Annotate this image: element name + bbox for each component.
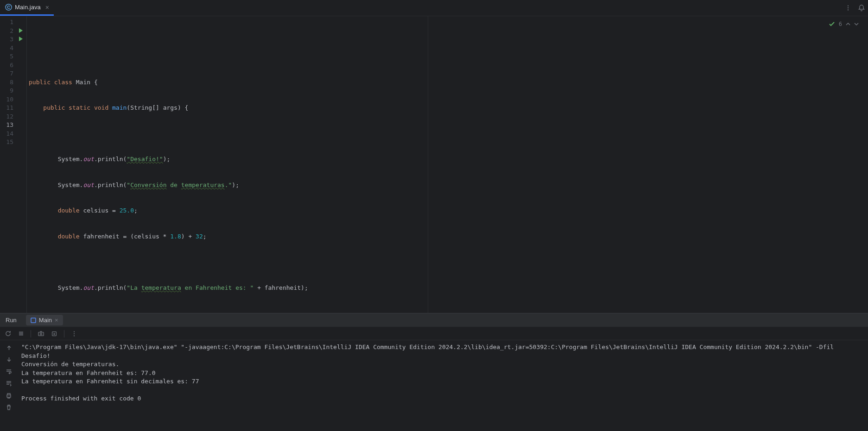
svg-point-11 xyxy=(74,335,75,336)
line-number: 5 xyxy=(0,52,26,61)
editor-tab-bar: Main.java × xyxy=(0,0,868,16)
svg-point-7 xyxy=(40,333,42,335)
tab-close-button[interactable]: × xyxy=(45,4,49,11)
line-number: 10 xyxy=(0,95,26,104)
line-number: 4 xyxy=(0,44,26,53)
line-number: 12 xyxy=(0,112,26,121)
code-line xyxy=(27,258,868,267)
run-gutter-icon[interactable] xyxy=(18,36,24,42)
line-number-gutter: 1 2 3 4 5 6 7 8 9 10 11 12 13 14 15 xyxy=(0,16,27,313)
code-line: double fahrenheit = (celsius * 1.8) + 32… xyxy=(27,232,868,241)
console-line: Conversión de temperaturas. xyxy=(21,361,119,368)
inspection-count: 6 xyxy=(839,20,842,29)
run-side-toolbar xyxy=(0,340,18,431)
console-line: Process finished with exit code 0 xyxy=(21,395,141,402)
svg-rect-12 xyxy=(7,395,11,397)
svg-point-9 xyxy=(74,331,75,332)
console-output[interactable]: "C:\Program Files\Java\jdk-17\bin\java.e… xyxy=(18,340,868,431)
line-number: 3 xyxy=(0,35,26,44)
trash-icon[interactable] xyxy=(6,404,12,411)
code-line: System.out.println("Desafio!"); xyxy=(27,155,868,164)
file-tab-main[interactable]: Main.java × xyxy=(0,0,54,16)
code-editor[interactable]: 1 2 3 4 5 6 7 8 9 10 11 12 13 14 15 6 pu… xyxy=(0,16,868,313)
code-line xyxy=(27,130,868,138)
run-config-icon xyxy=(31,318,36,323)
camera-icon[interactable] xyxy=(38,330,44,337)
right-margin-guide xyxy=(428,16,428,313)
code-line: public class Main { xyxy=(27,78,868,87)
svg-rect-4 xyxy=(31,318,36,323)
svg-point-2 xyxy=(848,7,849,8)
console-line: La temperatura en Fahrenheit sin decimal… xyxy=(21,378,199,385)
console-line: "C:\Program Files\Java\jdk-17\bin\java.e… xyxy=(21,344,834,350)
line-number: 7 xyxy=(0,69,26,78)
line-number: 1 xyxy=(0,18,26,27)
soft-wrap-icon[interactable] xyxy=(6,368,12,375)
code-line: System.out.println("Conversión de temper… xyxy=(27,181,868,190)
svg-point-3 xyxy=(848,9,849,10)
line-number: 14 xyxy=(0,130,26,138)
rerun-icon[interactable] xyxy=(5,330,12,337)
expand-down-icon[interactable] xyxy=(854,22,859,26)
code-line xyxy=(27,52,868,61)
line-number: 13 xyxy=(0,121,26,130)
run-tab-close-button[interactable]: × xyxy=(55,317,58,324)
code-line: public static void main(String[] args) { xyxy=(27,104,868,112)
export-icon[interactable] xyxy=(51,331,57,337)
java-class-icon xyxy=(5,4,12,11)
svg-rect-6 xyxy=(38,332,44,336)
line-number: 8 xyxy=(0,78,26,87)
stop-icon[interactable] xyxy=(18,331,24,337)
console-line: La temperatura en Fahrenheit es: 77.0 xyxy=(21,369,156,376)
scroll-up-icon[interactable] xyxy=(6,345,12,351)
line-number: 2 xyxy=(0,27,26,36)
code-line xyxy=(27,309,868,313)
code-line: System.out.println("La temperatura en Fa… xyxy=(27,284,868,293)
checkmark-icon xyxy=(829,21,835,27)
svg-point-1 xyxy=(848,5,849,6)
svg-point-10 xyxy=(74,333,75,334)
separator xyxy=(31,330,31,337)
run-panel-header: Run Main × xyxy=(0,313,868,327)
run-panel-title: Run xyxy=(6,317,17,324)
run-config-tab[interactable]: Main × xyxy=(26,315,63,325)
svg-point-0 xyxy=(5,4,11,10)
line-number: 11 xyxy=(0,104,26,112)
scroll-down-icon[interactable] xyxy=(6,356,12,362)
run-tool-window: Run Main × "C:\Program Files\Java\jdk-17… xyxy=(0,313,868,431)
run-config-name: Main xyxy=(39,317,52,324)
more-vertical-icon[interactable] xyxy=(845,5,851,11)
line-number: 9 xyxy=(0,87,26,95)
notifications-bell-icon[interactable] xyxy=(858,4,865,12)
line-number: 15 xyxy=(0,138,26,147)
run-toolbar xyxy=(0,327,868,340)
more-vertical-icon[interactable] xyxy=(71,331,77,337)
run-gutter-icon[interactable] xyxy=(18,28,24,33)
expand-up-icon[interactable] xyxy=(846,22,850,26)
print-icon[interactable] xyxy=(6,392,12,399)
code-line: double celsius = 25.0; xyxy=(27,206,868,215)
tab-filename: Main.java xyxy=(15,4,41,11)
line-number: 6 xyxy=(0,61,26,70)
separator xyxy=(64,330,64,337)
code-content[interactable]: 6 public class Main { public static void… xyxy=(27,16,868,313)
scroll-to-end-icon[interactable] xyxy=(6,380,12,387)
console-line: Desafio! xyxy=(21,352,51,359)
svg-rect-5 xyxy=(19,331,23,336)
editor-inspection-status[interactable]: 6 xyxy=(829,20,859,29)
